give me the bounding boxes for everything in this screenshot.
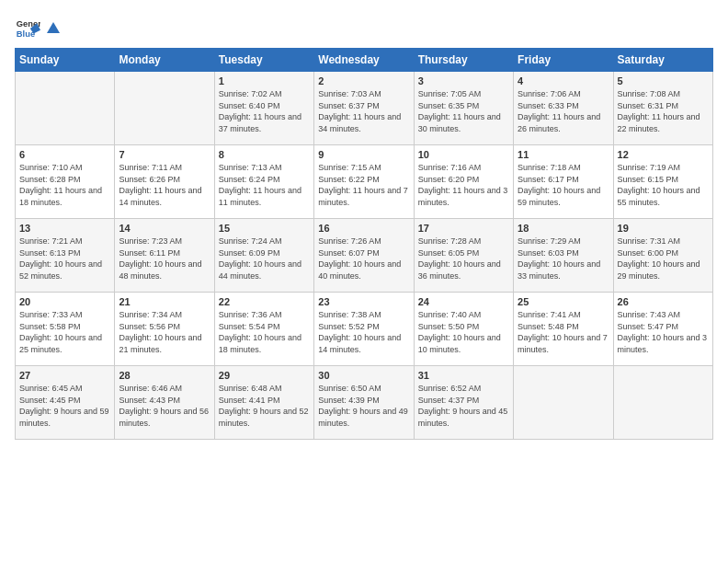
calendar-cell: 5Sunrise: 7:08 AMSunset: 6:31 PMDaylight…: [613, 72, 712, 145]
calendar-cell: 2Sunrise: 7:03 AMSunset: 6:37 PMDaylight…: [314, 72, 414, 145]
day-number: 12: [618, 149, 709, 160]
day-info: Sunrise: 7:26 AMSunset: 6:07 PMDaylight:…: [318, 236, 409, 282]
day-info: Sunrise: 7:24 AMSunset: 6:09 PMDaylight:…: [219, 236, 310, 282]
calendar-cell: 14Sunrise: 7:23 AMSunset: 6:11 PMDayligh…: [115, 219, 214, 293]
day-info: Sunrise: 7:28 AMSunset: 6:05 PMDaylight:…: [418, 236, 509, 282]
day-info: Sunrise: 7:06 AMSunset: 6:33 PMDaylight:…: [518, 88, 609, 134]
day-info: Sunrise: 7:15 AMSunset: 6:22 PMDaylight:…: [318, 162, 409, 208]
calendar-body: 1Sunrise: 7:02 AMSunset: 6:40 PMDaylight…: [16, 72, 713, 440]
day-number: 28: [119, 370, 210, 381]
calendar-cell: 23Sunrise: 7:38 AMSunset: 5:52 PMDayligh…: [314, 293, 414, 366]
day-info: Sunrise: 6:45 AMSunset: 4:45 PMDaylight:…: [19, 383, 110, 429]
header-cell-tuesday: Tuesday: [214, 49, 313, 72]
day-info: Sunrise: 7:23 AMSunset: 6:11 PMDaylight:…: [119, 236, 210, 282]
calendar-cell: 1Sunrise: 7:02 AMSunset: 6:40 PMDaylight…: [214, 72, 313, 145]
day-info: Sunrise: 7:41 AMSunset: 5:48 PMDaylight:…: [518, 309, 609, 355]
header-row: SundayMondayTuesdayWednesdayThursdayFrid…: [16, 49, 713, 72]
calendar-cell: 29Sunrise: 6:48 AMSunset: 4:41 PMDayligh…: [214, 366, 313, 440]
day-info: Sunrise: 7:03 AMSunset: 6:37 PMDaylight:…: [318, 88, 409, 134]
logo: General Blue: [15, 15, 61, 40]
day-info: Sunrise: 7:36 AMSunset: 5:54 PMDaylight:…: [219, 309, 310, 355]
calendar-week-row: 6Sunrise: 7:10 AMSunset: 6:28 PMDaylight…: [16, 145, 713, 219]
day-number: 29: [219, 370, 310, 381]
calendar-cell: 31Sunrise: 6:52 AMSunset: 4:37 PMDayligh…: [414, 366, 513, 440]
calendar-cell: 3Sunrise: 7:05 AMSunset: 6:35 PMDaylight…: [414, 72, 513, 145]
day-number: 21: [119, 296, 210, 307]
day-number: 20: [19, 296, 110, 307]
calendar-cell: 10Sunrise: 7:16 AMSunset: 6:20 PMDayligh…: [414, 145, 513, 219]
day-info: Sunrise: 7:31 AMSunset: 6:00 PMDaylight:…: [618, 236, 709, 282]
day-info: Sunrise: 7:29 AMSunset: 6:03 PMDaylight:…: [518, 236, 609, 282]
calendar-table: SundayMondayTuesdayWednesdayThursdayFrid…: [15, 48, 713, 440]
header-cell-sunday: Sunday: [16, 49, 115, 72]
day-info: Sunrise: 7:16 AMSunset: 6:20 PMDaylight:…: [418, 162, 509, 208]
header-cell-wednesday: Wednesday: [314, 49, 414, 72]
calendar-week-row: 20Sunrise: 7:33 AMSunset: 5:58 PMDayligh…: [16, 293, 713, 366]
calendar-cell: 8Sunrise: 7:13 AMSunset: 6:24 PMDaylight…: [214, 145, 313, 219]
day-number: 14: [119, 223, 210, 234]
day-number: 13: [19, 223, 110, 234]
calendar-cell: 17Sunrise: 7:28 AMSunset: 6:05 PMDayligh…: [414, 219, 513, 293]
calendar-week-row: 1Sunrise: 7:02 AMSunset: 6:40 PMDaylight…: [16, 72, 713, 145]
day-info: Sunrise: 7:13 AMSunset: 6:24 PMDaylight:…: [219, 162, 310, 208]
day-info: Sunrise: 6:50 AMSunset: 4:39 PMDaylight:…: [318, 383, 409, 429]
day-number: 2: [318, 75, 409, 86]
calendar-cell: 30Sunrise: 6:50 AMSunset: 4:39 PMDayligh…: [314, 366, 414, 440]
calendar-cell: [115, 72, 214, 145]
logo-icon: General Blue: [15, 15, 40, 40]
day-info: Sunrise: 7:21 AMSunset: 6:13 PMDaylight:…: [19, 236, 110, 282]
day-number: 6: [19, 149, 110, 160]
day-number: 4: [518, 75, 609, 86]
day-number: 3: [418, 75, 509, 86]
day-number: 5: [618, 75, 709, 86]
day-info: Sunrise: 7:33 AMSunset: 5:58 PMDaylight:…: [19, 309, 110, 355]
day-number: 18: [518, 223, 609, 234]
calendar-cell: 16Sunrise: 7:26 AMSunset: 6:07 PMDayligh…: [314, 219, 414, 293]
calendar-cell: 11Sunrise: 7:18 AMSunset: 6:17 PMDayligh…: [514, 145, 613, 219]
calendar-cell: 21Sunrise: 7:34 AMSunset: 5:56 PMDayligh…: [115, 293, 214, 366]
day-number: 16: [318, 223, 409, 234]
header-cell-monday: Monday: [115, 49, 214, 72]
header-cell-friday: Friday: [514, 49, 613, 72]
calendar-week-row: 13Sunrise: 7:21 AMSunset: 6:13 PMDayligh…: [16, 219, 713, 293]
day-info: Sunrise: 7:08 AMSunset: 6:31 PMDaylight:…: [618, 88, 709, 134]
calendar-cell: 15Sunrise: 7:24 AMSunset: 6:09 PMDayligh…: [214, 219, 313, 293]
header-cell-thursday: Thursday: [414, 49, 513, 72]
calendar-cell: 27Sunrise: 6:45 AMSunset: 4:45 PMDayligh…: [16, 366, 115, 440]
day-number: 23: [318, 296, 409, 307]
calendar-week-row: 27Sunrise: 6:45 AMSunset: 4:45 PMDayligh…: [16, 366, 713, 440]
day-info: Sunrise: 7:18 AMSunset: 6:17 PMDaylight:…: [518, 162, 609, 208]
day-number: 9: [318, 149, 409, 160]
calendar-cell: 9Sunrise: 7:15 AMSunset: 6:22 PMDaylight…: [314, 145, 414, 219]
calendar-cell: 7Sunrise: 7:11 AMSunset: 6:26 PMDaylight…: [115, 145, 214, 219]
logo-triangle-icon: [46, 20, 61, 35]
day-number: 22: [219, 296, 310, 307]
calendar-cell: 22Sunrise: 7:36 AMSunset: 5:54 PMDayligh…: [214, 293, 313, 366]
calendar-cell: 25Sunrise: 7:41 AMSunset: 5:48 PMDayligh…: [514, 293, 613, 366]
calendar-cell: 6Sunrise: 7:10 AMSunset: 6:28 PMDaylight…: [16, 145, 115, 219]
day-number: 10: [418, 149, 509, 160]
day-number: 17: [418, 223, 509, 234]
header-cell-saturday: Saturday: [613, 49, 712, 72]
calendar-cell: 26Sunrise: 7:43 AMSunset: 5:47 PMDayligh…: [613, 293, 712, 366]
day-info: Sunrise: 6:46 AMSunset: 4:43 PMDaylight:…: [119, 383, 210, 429]
calendar-cell: [16, 72, 115, 145]
day-number: 1: [219, 75, 310, 86]
day-number: 19: [618, 223, 709, 234]
day-number: 30: [318, 370, 409, 381]
day-info: Sunrise: 6:48 AMSunset: 4:41 PMDaylight:…: [219, 383, 310, 429]
day-number: 11: [518, 149, 609, 160]
calendar-cell: 13Sunrise: 7:21 AMSunset: 6:13 PMDayligh…: [16, 219, 115, 293]
day-info: Sunrise: 7:10 AMSunset: 6:28 PMDaylight:…: [19, 162, 110, 208]
day-number: 27: [19, 370, 110, 381]
calendar-cell: [613, 366, 712, 440]
day-info: Sunrise: 7:43 AMSunset: 5:47 PMDaylight:…: [618, 309, 709, 355]
day-number: 8: [219, 149, 310, 160]
svg-text:Blue: Blue: [17, 29, 35, 39]
calendar-header: SundayMondayTuesdayWednesdayThursdayFrid…: [16, 49, 713, 72]
day-number: 7: [119, 149, 210, 160]
day-number: 26: [618, 296, 709, 307]
calendar-cell: 18Sunrise: 7:29 AMSunset: 6:03 PMDayligh…: [514, 219, 613, 293]
page-header: General Blue: [15, 15, 713, 40]
day-info: Sunrise: 7:38 AMSunset: 5:52 PMDaylight:…: [318, 309, 409, 355]
